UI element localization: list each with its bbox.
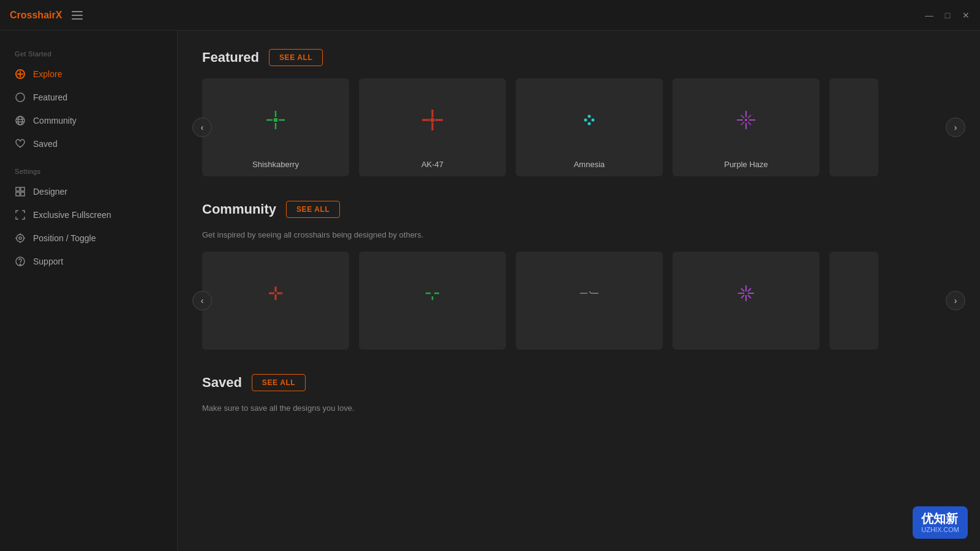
crosshair-purple-plus: [731, 105, 761, 135]
sidebar-item-label: Saved: [33, 139, 58, 149]
card-label-shishkaberry: Shishkaberry: [252, 160, 299, 169]
titlebar: CrosshairX — □ ✕: [0, 0, 980, 31]
sidebar-item-community[interactable]: Community: [0, 109, 177, 132]
card-label-purple-haze: Purple Haze: [724, 160, 768, 169]
sidebar: Get Started Explore Featured: [0, 31, 178, 551]
maximize-button[interactable]: □: [943, 11, 952, 20]
community-card-2[interactable]: [359, 252, 506, 350]
titlebar-controls: — □ ✕: [925, 11, 970, 20]
community-card-1[interactable]: [202, 252, 349, 350]
featured-card-shishkaberry[interactable]: Shishkaberry: [202, 78, 349, 176]
app-x: X: [56, 10, 62, 20]
app-title: CrosshairX: [10, 10, 62, 21]
svg-point-31: [592, 119, 595, 122]
svg-point-33: [588, 122, 591, 126]
sidebar-item-explore[interactable]: Explore: [0, 62, 177, 86]
sidebar-item-label: Designer: [33, 187, 67, 197]
featured-card-ak47[interactable]: AK-47: [359, 78, 506, 176]
saved-header: Saved SEE ALL: [202, 374, 956, 391]
svg-point-38: [745, 119, 747, 121]
get-started-label: Get Started: [0, 50, 177, 58]
community-card-3[interactable]: [516, 252, 663, 350]
svg-point-32: [588, 115, 591, 118]
watermark-line1: 优知新: [921, 512, 958, 525]
community-carousel: [202, 252, 956, 350]
svg-point-3: [16, 93, 24, 102]
svg-rect-10: [16, 192, 20, 196]
community-card-partial: [829, 252, 878, 350]
main-layout: Get Started Explore Featured: [0, 31, 980, 551]
sidebar-item-label: Featured: [33, 92, 67, 102]
svg-point-12: [17, 234, 24, 242]
community-carousel-wrapper: ‹: [202, 252, 956, 350]
svg-line-42: [748, 122, 751, 125]
card-label-ak47: AK-47: [421, 160, 443, 169]
crosshair-gray-thin: [574, 278, 605, 309]
svg-line-58: [748, 288, 751, 291]
community-see-all-button[interactable]: SEE ALL: [286, 201, 340, 218]
sidebar-item-saved[interactable]: Saved: [0, 132, 177, 156]
svg-rect-29: [431, 118, 434, 122]
featured-carousel-wrapper: ‹ Shishkaberry: [202, 78, 956, 176]
community-prev-button[interactable]: ‹: [192, 291, 212, 310]
svg-point-13: [19, 237, 21, 239]
community-card-4[interactable]: [673, 252, 820, 350]
circle-icon: [15, 69, 26, 80]
svg-line-39: [741, 115, 744, 118]
svg-point-4: [16, 116, 24, 125]
hamburger-button[interactable]: [72, 11, 83, 20]
sidebar-item-exclusive[interactable]: Exclusive Fullscreen: [0, 203, 177, 227]
sidebar-item-position[interactable]: Position / Toggle: [0, 227, 177, 250]
svg-line-60: [748, 295, 751, 298]
sidebar-item-support[interactable]: Support: [0, 250, 177, 273]
community-description: Get inspired by seeing all crosshairs be…: [202, 230, 956, 239]
sidebar-item-featured[interactable]: Featured: [0, 86, 177, 109]
svg-rect-8: [16, 187, 20, 191]
star-icon: [15, 92, 26, 103]
crosshair-purple-star: [731, 278, 761, 309]
svg-line-59: [741, 295, 744, 298]
svg-line-52: [589, 291, 591, 293]
svg-point-5: [18, 116, 23, 125]
crosshair-red-plus: [417, 105, 448, 135]
titlebar-left: CrosshairX: [10, 10, 83, 21]
crosshair-green-plus: [260, 105, 291, 135]
watermark: 优知新 UZHIX.COM: [913, 506, 968, 539]
sidebar-item-label: Support: [33, 257, 63, 266]
help-icon: [15, 256, 26, 267]
close-button[interactable]: ✕: [962, 11, 970, 20]
featured-card-amnesia[interactable]: Amnesia: [516, 78, 663, 176]
svg-rect-24: [274, 118, 277, 122]
featured-see-all-button[interactable]: SEE ALL: [269, 49, 323, 66]
svg-rect-11: [21, 192, 24, 196]
minimize-button[interactable]: —: [925, 11, 933, 20]
crosshair-cyan-dot: [574, 105, 605, 135]
featured-next-button[interactable]: ›: [946, 118, 965, 137]
grid-icon: [15, 186, 26, 197]
svg-point-30: [584, 119, 587, 122]
featured-carousel: Shishkaberry AK-47: [202, 78, 956, 176]
svg-line-40: [748, 115, 751, 118]
hamburger-line-2: [72, 15, 83, 16]
sidebar-item-label: Explore: [33, 69, 62, 79]
saved-see-all-button[interactable]: SEE ALL: [252, 374, 306, 391]
sidebar-item-label: Position / Toggle: [33, 233, 96, 243]
featured-title: Featured: [202, 50, 259, 66]
sidebar-item-designer[interactable]: Designer: [0, 180, 177, 203]
featured-card-purple-haze[interactable]: Purple Haze: [673, 78, 820, 176]
saved-description: Make sure to save all the designs you lo…: [202, 403, 956, 413]
sidebar-item-label: Community: [33, 116, 77, 126]
sidebar-item-label: Exclusive Fullscreen: [33, 210, 111, 220]
svg-line-57: [741, 288, 744, 291]
featured-prev-button[interactable]: ‹: [192, 118, 212, 137]
fullscreen-icon: [15, 209, 26, 220]
hamburger-line-1: [72, 11, 83, 12]
svg-line-41: [741, 122, 744, 125]
globe-icon: [15, 115, 26, 126]
hamburger-line-3: [72, 18, 83, 20]
watermark-line2: UZHIX.COM: [921, 526, 959, 534]
crosshair-red-plus-sm: [260, 278, 291, 309]
community-next-button[interactable]: ›: [946, 291, 965, 310]
featured-card-partial: [829, 78, 878, 176]
svg-rect-9: [21, 187, 24, 191]
